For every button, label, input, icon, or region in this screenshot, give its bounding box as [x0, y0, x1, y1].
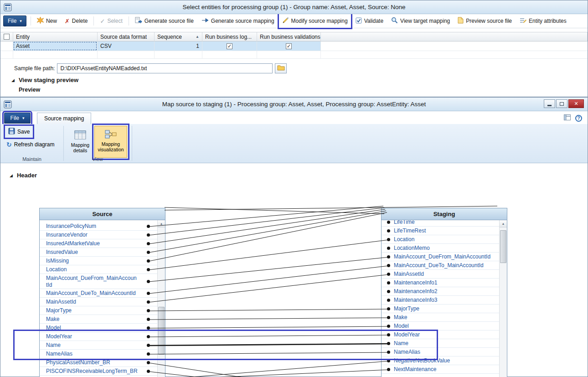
cell-run-business-log[interactable] [202, 41, 257, 51]
select-all-checkbox-cell[interactable] [0, 32, 13, 41]
connector-bullet[interactable] [147, 361, 150, 364]
scrollbar-thumb[interactable] [500, 230, 506, 263]
connector-bullet[interactable] [387, 264, 390, 267]
tab-source-mapping[interactable]: Source mapping [37, 113, 91, 124]
source-field-row[interactable]: MainAccount_DueTo_MainAccountId [40, 289, 157, 298]
cell-entity[interactable]: Asset [13, 41, 98, 51]
connector-bullet[interactable] [387, 281, 390, 284]
run-business-validations-checkbox[interactable] [286, 43, 292, 49]
connector-bullet[interactable] [147, 318, 150, 321]
generate-source-file-button[interactable]: Generate source file [133, 15, 196, 26]
staging-field-row[interactable]: Name [382, 339, 499, 348]
staging-field-row[interactable]: LifeTimeRest [382, 227, 499, 235]
layout-icon[interactable] [564, 114, 571, 122]
connector-bullet[interactable] [147, 225, 150, 228]
cell-source-data-format[interactable]: CSV [98, 41, 155, 51]
select-all-checkbox[interactable] [4, 34, 10, 40]
connector-bullet[interactable] [147, 352, 150, 356]
preview-source-file-button[interactable]: Preview source file [456, 15, 514, 26]
connector-bullet[interactable] [387, 307, 390, 310]
mapping-details-button[interactable]: Mapping details [68, 127, 93, 157]
connector-bullet[interactable] [147, 242, 150, 245]
connector-bullet[interactable] [147, 280, 150, 283]
connector-bullet[interactable] [147, 370, 150, 373]
staging-field-row[interactable]: ModelYear [382, 331, 499, 339]
connector-bullet[interactable] [387, 255, 390, 258]
connector-bullet[interactable] [387, 359, 390, 362]
file-menu-button[interactable]: File ▾ [3, 15, 26, 26]
scroll-up-icon[interactable]: ▲ [500, 220, 507, 227]
column-header-sequence[interactable]: Sequence▲ [155, 32, 202, 41]
view-target-mapping-button[interactable]: View target mapping [389, 15, 452, 26]
connector-bullet[interactable] [387, 229, 390, 232]
source-field-row[interactable]: ModelYear [40, 332, 157, 341]
delete-button[interactable]: ✗ Delete [63, 16, 90, 26]
source-field-row[interactable]: IsMissing [40, 257, 157, 265]
connector-bullet[interactable] [387, 299, 390, 302]
connector-bullet[interactable] [147, 344, 150, 347]
source-field-row[interactable]: MainAccount_DueFrom_MainAccountId [40, 274, 157, 289]
new-button[interactable]: New [35, 15, 59, 26]
sample-file-path-input[interactable] [57, 63, 273, 73]
staging-field-row[interactable]: NegativeNetBookValue [382, 356, 499, 365]
scrollbar-thumb[interactable] [158, 307, 165, 355]
connector-bullet[interactable] [387, 290, 390, 293]
source-field-row[interactable]: InsuredValue [40, 248, 157, 257]
collapse-triangle-icon[interactable]: ◢ [11, 78, 15, 83]
staging-field-row[interactable]: NextMaintenance [382, 365, 499, 374]
staging-field-row[interactable]: MainAssetId [382, 270, 499, 279]
connector-bullet[interactable] [147, 251, 150, 254]
entity-attributes-button[interactable]: Entity attributes [518, 16, 568, 26]
connector-bullet[interactable] [147, 259, 150, 263]
connector-bullet[interactable] [387, 368, 390, 371]
run-business-log-checkbox[interactable] [227, 43, 232, 49]
connector-bullet[interactable] [387, 325, 390, 328]
connector-bullet[interactable] [147, 268, 150, 271]
browse-button[interactable] [275, 63, 287, 73]
connector-bullet[interactable] [147, 233, 150, 237]
connector-bullet[interactable] [387, 238, 390, 241]
source-field-row[interactable]: NameAlias [40, 350, 157, 358]
validate-button[interactable]: Validate [354, 16, 385, 26]
modify-source-mapping-button[interactable]: Modify source mapping [280, 15, 350, 26]
select-button[interactable]: ✓ Select [98, 16, 124, 26]
column-header-source-data-format[interactable]: Source data format [98, 32, 155, 41]
scroll-up-icon[interactable]: ▲ [158, 220, 165, 227]
connector-bullet[interactable] [387, 342, 390, 345]
source-field-row[interactable]: PISCOFINSReceivableLongTerm_BR [40, 367, 157, 376]
column-header-run-business-validations[interactable]: Run business validations [257, 32, 321, 41]
staging-field-row[interactable]: MaintenanceInfo1 [382, 279, 499, 287]
column-header-entity[interactable]: Entity [13, 32, 98, 41]
source-field-row[interactable]: Make [40, 315, 157, 324]
connector-bullet[interactable] [147, 292, 150, 295]
source-field-row[interactable]: InsuranceVendor [40, 231, 157, 239]
connector-bullet[interactable] [387, 316, 390, 319]
maximize-button[interactable] [556, 99, 567, 108]
staging-scrollbar[interactable]: ▲ [499, 220, 507, 377]
staging-field-row[interactable]: MainAccount_DueFrom_MainAccountId [382, 253, 499, 261]
column-header-run-business-log[interactable]: Run business log... [202, 32, 257, 41]
source-field-row[interactable]: InsurancePolicyNum [40, 222, 157, 231]
help-icon[interactable]: ? [575, 115, 582, 122]
cell-run-business-validations[interactable] [257, 41, 321, 51]
row-checkbox-cell[interactable] [0, 41, 13, 51]
source-scrollbar[interactable]: ▲ [157, 220, 165, 377]
staging-field-row[interactable]: NameAlias [382, 348, 499, 356]
source-field-row[interactable]: Model [40, 324, 157, 332]
connector-bullet[interactable] [387, 333, 390, 336]
source-field-row[interactable]: MainAssetId [40, 298, 157, 306]
staging-field-row[interactable]: Location [382, 235, 499, 244]
source-field-row[interactable]: MajorType [40, 306, 157, 315]
connector-bullet[interactable] [387, 221, 390, 224]
staging-field-row[interactable]: Model [382, 322, 499, 331]
save-button[interactable]: Save [6, 127, 32, 137]
source-field-row[interactable]: Location [40, 265, 157, 274]
file-tab[interactable]: File ▾ [4, 113, 31, 124]
staging-field-row[interactable]: MaintenanceInfo2 [382, 287, 499, 296]
refresh-diagram-button[interactable]: ↻ Refresh diagram [4, 140, 57, 149]
generate-source-mapping-button[interactable]: Generate source mapping [200, 16, 276, 26]
connector-bullet[interactable] [147, 335, 150, 338]
minimize-button[interactable] [544, 99, 555, 108]
cell-sequence[interactable]: 1 [155, 41, 202, 51]
close-button[interactable]: ✕ [568, 99, 584, 108]
